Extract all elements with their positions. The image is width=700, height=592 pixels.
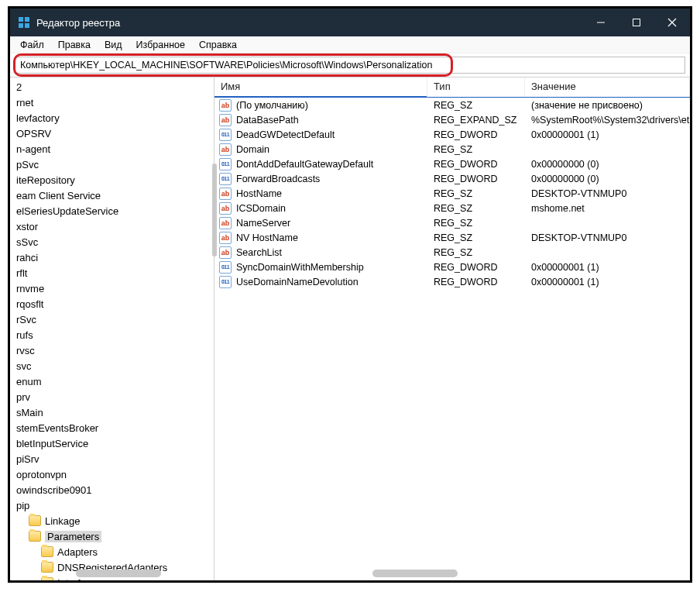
tree-scrollbar[interactable] bbox=[76, 570, 161, 577]
tree-item[interactable]: pSvc bbox=[10, 157, 214, 172]
svg-rect-3 bbox=[25, 23, 29, 28]
value-row[interactable]: UseDomainNameDevolutionREG_DWORD0x000000… bbox=[214, 274, 690, 289]
value-row[interactable]: ForwardBroadcastsREG_DWORD0x00000000 (0) bbox=[214, 171, 690, 186]
menu-favorites[interactable]: Избранное bbox=[131, 38, 190, 52]
value-name: DeadGWDetectDefault bbox=[236, 129, 335, 140]
value-row[interactable]: SyncDomainWithMembershipREG_DWORD0x00000… bbox=[214, 260, 690, 274]
string-icon bbox=[219, 114, 232, 126]
value-name: NV HostName bbox=[236, 232, 298, 243]
value-row[interactable]: DomainREG_SZ bbox=[214, 142, 690, 157]
col-value[interactable]: Значение bbox=[525, 77, 690, 97]
tree-item[interactable]: stemEventsBroker bbox=[10, 420, 214, 435]
value-name: DontAddDefaultGatewayDefault bbox=[236, 159, 373, 170]
splitter-handle[interactable] bbox=[212, 163, 217, 256]
address-bar[interactable] bbox=[15, 57, 685, 74]
tree-item[interactable]: iteRepository bbox=[10, 172, 214, 188]
value-row[interactable]: DataBasePathREG_EXPAND_SZ%SystemRoot%\Sy… bbox=[214, 112, 690, 127]
value-row[interactable]: NameServerREG_SZ bbox=[214, 215, 690, 230]
value-name: SyncDomainWithMembership bbox=[236, 262, 364, 273]
tree-item[interactable]: svc bbox=[10, 358, 214, 373]
tree-item[interactable]: Linkage bbox=[10, 513, 214, 528]
minimize-button[interactable] bbox=[583, 9, 619, 36]
svg-rect-0 bbox=[19, 17, 23, 22]
value-data: 0x00000001 (1) bbox=[525, 129, 690, 140]
maximize-button[interactable] bbox=[619, 9, 654, 36]
value-row[interactable]: DeadGWDetectDefaultREG_DWORD0x00000001 (… bbox=[214, 127, 690, 142]
tree-item[interactable]: prv bbox=[10, 389, 214, 404]
value-row[interactable]: SearchListREG_SZ bbox=[214, 245, 690, 260]
svg-rect-2 bbox=[19, 23, 23, 28]
list-scrollbar[interactable] bbox=[372, 570, 458, 577]
value-name: SearchList bbox=[236, 247, 282, 258]
tree-item[interactable]: sMain bbox=[10, 404, 214, 420]
folder-icon bbox=[29, 515, 41, 526]
tree-item-label: eam Client Service bbox=[16, 190, 101, 201]
tree-item[interactable]: rahci bbox=[10, 250, 214, 265]
tree-item[interactable]: xstor bbox=[10, 219, 214, 234]
dword-icon bbox=[219, 173, 232, 185]
tree-item-label: rnet bbox=[16, 97, 33, 108]
tree-item[interactable]: bletInputService bbox=[10, 435, 214, 451]
folder-icon bbox=[41, 546, 53, 557]
value-type: REG_SZ bbox=[427, 144, 525, 155]
value-type: REG_SZ bbox=[427, 100, 525, 111]
tree-item[interactable]: elSeriesUpdateService bbox=[10, 203, 214, 219]
value-name: ForwardBroadcasts bbox=[236, 174, 320, 184]
value-data: 0x00000001 (1) bbox=[525, 262, 690, 273]
menu-file[interactable]: Файл bbox=[15, 38, 50, 52]
tree-item[interactable]: eam Client Service bbox=[10, 188, 214, 203]
value-row[interactable]: HostNameREG_SZDESKTOP-VTNMUP0 bbox=[214, 186, 690, 201]
col-type[interactable]: Тип bbox=[427, 77, 525, 97]
col-name[interactable]: Имя bbox=[214, 77, 427, 98]
value-type: REG_EXPAND_SZ bbox=[427, 115, 525, 126]
value-name: ICSDomain bbox=[236, 203, 286, 214]
tree-item[interactable]: n-agent bbox=[10, 141, 214, 157]
window-title: Редактор реестра bbox=[36, 17, 120, 29]
value-type: REG_DWORD bbox=[427, 159, 525, 170]
tree-item[interactable]: rnvme bbox=[10, 281, 214, 296]
tree-panel[interactable]: 2rnetlevfactoryOPSRVn-agentpSvciteReposi… bbox=[10, 77, 214, 580]
tree-item[interactable]: rufs bbox=[10, 327, 214, 342]
title-bar[interactable]: Редактор реестра bbox=[10, 9, 690, 36]
tree-item[interactable]: rvsc bbox=[10, 342, 214, 358]
tree-item[interactable]: sSvc bbox=[10, 234, 214, 250]
tree-item-label: Linkage bbox=[45, 515, 81, 527]
menu-view[interactable]: Вид bbox=[99, 38, 128, 52]
dword-icon bbox=[219, 158, 232, 170]
tree-item[interactable]: OPSRV bbox=[10, 126, 214, 141]
value-row[interactable]: ICSDomainREG_SZmshome.net bbox=[214, 201, 690, 215]
tree-item-label: rqosflt bbox=[16, 298, 43, 310]
tree-item[interactable]: rnet bbox=[10, 95, 214, 110]
value-data: 0x00000000 (0) bbox=[525, 174, 690, 184]
close-button[interactable] bbox=[654, 9, 690, 36]
tree-item-label: prv bbox=[16, 391, 30, 403]
tree-item-label: rufs bbox=[16, 329, 33, 341]
tree-item-label: pip bbox=[16, 500, 29, 511]
value-row[interactable]: (По умолчанию)REG_SZ(значение не присвое… bbox=[214, 98, 690, 112]
tree-item[interactable]: levfactory bbox=[10, 110, 214, 126]
tree-item-label: n-agent bbox=[16, 143, 50, 155]
value-data: DESKTOP-VTNMUP0 bbox=[525, 188, 690, 199]
tree-item-label: rSvc bbox=[16, 314, 36, 325]
tree-item[interactable]: pip bbox=[10, 497, 214, 513]
menu-help[interactable]: Справка bbox=[194, 38, 242, 52]
tree-item[interactable]: rSvc bbox=[10, 311, 214, 327]
tree-item[interactable]: Adapters bbox=[10, 544, 214, 559]
tree-item[interactable]: enum bbox=[10, 373, 214, 389]
tree-item[interactable]: Parameters bbox=[10, 528, 214, 544]
column-headers[interactable]: Имя Тип Значение bbox=[214, 77, 690, 98]
tree-item[interactable]: rflt bbox=[10, 265, 214, 281]
tree-item[interactable]: rqosflt bbox=[10, 296, 214, 311]
tree-item[interactable]: piSrv bbox=[10, 451, 214, 466]
value-data: (значение не присвоено) bbox=[525, 100, 690, 111]
tree-item-label: 2 bbox=[16, 81, 22, 93]
values-panel: Имя Тип Значение (По умолчанию)REG_SZ(зн… bbox=[214, 77, 690, 580]
value-row[interactable]: DontAddDefaultGatewayDefaultREG_DWORD0x0… bbox=[214, 157, 690, 171]
menu-edit[interactable]: Правка bbox=[53, 38, 96, 52]
value-row[interactable]: NV HostNameREG_SZDESKTOP-VTNMUP0 bbox=[214, 230, 690, 245]
tree-item[interactable]: owindscribe0901 bbox=[10, 482, 214, 497]
tree-item-label: rnvme bbox=[16, 283, 44, 294]
tree-item[interactable]: oprotonvpn bbox=[10, 466, 214, 482]
svg-rect-1 bbox=[25, 17, 29, 22]
tree-item[interactable]: 2 bbox=[10, 79, 214, 95]
